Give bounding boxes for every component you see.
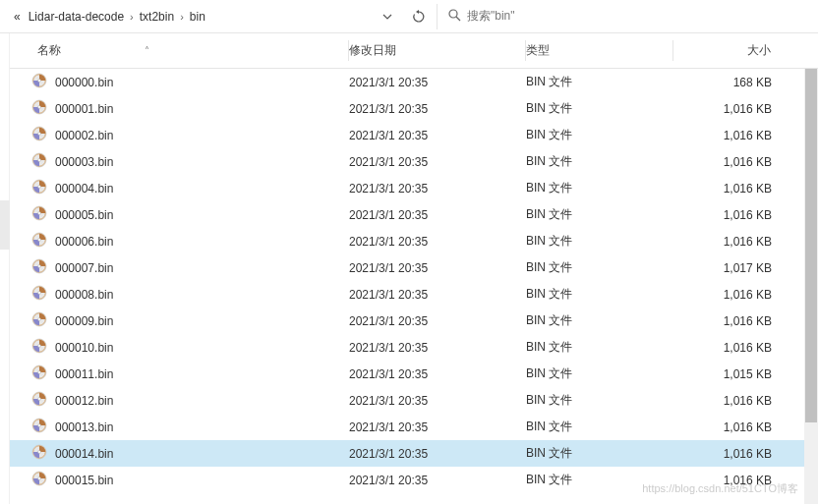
file-size: 1,017 KB (673, 261, 791, 275)
file-row[interactable]: 000004.bin 2021/3/1 20:35 BIN 文件 1,016 K… (0, 175, 818, 201)
dropdown-button[interactable] (376, 5, 399, 28)
refresh-button[interactable] (407, 5, 431, 28)
file-name: 000009.bin (55, 314, 113, 328)
file-size: 1,016 KB (673, 420, 791, 434)
address-toolbar: « Lidar-data-decode › txt2bin › bin 搜索"b… (0, 0, 818, 33)
file-row[interactable]: 000008.bin 2021/3/1 20:35 BIN 文件 1,016 K… (0, 281, 818, 308)
file-name: 000007.bin (55, 261, 113, 275)
file-name: 000004.bin (55, 182, 113, 196)
file-type: BIN 文件 (526, 74, 673, 90)
svg-point-10 (38, 133, 41, 136)
header-date[interactable]: 修改日期 (349, 40, 526, 61)
file-row[interactable]: 000007.bin 2021/3/1 20:35 BIN 文件 1,017 K… (0, 254, 818, 281)
file-size: 1,016 KB (673, 182, 791, 196)
file-type: BIN 文件 (526, 312, 673, 329)
file-row[interactable]: 000015.bin 2021/3/1 20:35 BIN 文件 1,016 K… (0, 467, 818, 493)
search-placeholder: 搜索"bin" (467, 8, 515, 25)
svg-line-1 (456, 17, 460, 21)
file-date: 2021/3/1 20:35 (349, 208, 526, 222)
file-size: 1,016 KB (673, 314, 791, 328)
file-date: 2021/3/1 20:35 (349, 182, 526, 196)
disc-file-icon (31, 311, 47, 330)
disc-file-icon (31, 73, 47, 91)
file-size: 1,016 KB (673, 235, 791, 249)
column-headers: 名称 ˄ 修改日期 类型 大小 (0, 33, 818, 69)
breadcrumb-item-0[interactable]: Lidar-data-decode (29, 10, 124, 24)
svg-point-43 (38, 424, 41, 427)
sidebar-scroll-handle[interactable] (0, 200, 10, 250)
file-row[interactable]: 000005.bin 2021/3/1 20:35 BIN 文件 1,016 K… (0, 201, 818, 228)
sort-caret-icon: ˄ (145, 45, 149, 56)
file-row[interactable]: 000011.bin 2021/3/1 20:35 BIN 文件 1,015 K… (0, 361, 818, 387)
chevron-right-icon: › (180, 11, 184, 23)
file-name: 000003.bin (55, 155, 113, 169)
breadcrumb[interactable]: « Lidar-data-decode › txt2bin › bin (8, 10, 376, 24)
file-row[interactable]: 000010.bin 2021/3/1 20:35 BIN 文件 1,016 K… (0, 334, 818, 361)
file-row[interactable]: 000009.bin 2021/3/1 20:35 BIN 文件 1,016 K… (0, 308, 818, 334)
file-name: 000011.bin (55, 367, 113, 381)
file-row[interactable]: 000014.bin 2021/3/1 20:35 BIN 文件 1,016 K… (0, 440, 818, 467)
file-name: 000015.bin (55, 474, 113, 487)
file-row[interactable]: 000003.bin 2021/3/1 20:35 BIN 文件 1,016 K… (0, 148, 818, 175)
file-row[interactable]: 000012.bin 2021/3/1 20:35 BIN 文件 1,016 K… (0, 387, 818, 414)
file-row[interactable]: 000002.bin 2021/3/1 20:35 BIN 文件 1,016 K… (0, 122, 818, 148)
breadcrumb-item-2[interactable]: bin (190, 10, 205, 24)
file-row[interactable]: 000013.bin 2021/3/1 20:35 BIN 文件 1,016 K… (0, 414, 818, 440)
file-name: 000010.bin (55, 341, 113, 355)
header-size[interactable]: 大小 (673, 40, 791, 61)
file-type: BIN 文件 (526, 100, 673, 117)
file-name: 000013.bin (55, 420, 113, 434)
disc-file-icon (31, 285, 47, 304)
file-row[interactable]: 000006.bin 2021/3/1 20:35 BIN 文件 1,016 K… (0, 228, 818, 254)
file-size: 1,015 KB (673, 367, 791, 381)
breadcrumb-item-1[interactable]: txt2bin (140, 10, 174, 24)
disc-file-icon (31, 418, 47, 436)
disc-file-icon (31, 232, 47, 251)
disc-file-icon (31, 444, 47, 463)
search-box[interactable]: 搜索"bin" (437, 4, 810, 29)
disc-file-icon (31, 205, 47, 224)
svg-point-7 (38, 106, 41, 109)
svg-point-16 (38, 186, 41, 189)
file-list: 000000.bin 2021/3/1 20:35 BIN 文件 168 KB … (0, 69, 818, 504)
chevron-right-icon: › (130, 11, 134, 23)
disc-file-icon (31, 179, 47, 197)
file-type: BIN 文件 (526, 419, 673, 435)
file-name: 000002.bin (55, 129, 113, 142)
file-size: 1,016 KB (673, 288, 791, 302)
file-size: 1,016 KB (673, 394, 791, 408)
file-date: 2021/3/1 20:35 (349, 394, 526, 408)
file-date: 2021/3/1 20:35 (349, 102, 526, 116)
file-type: BIN 文件 (526, 339, 673, 356)
file-row[interactable]: 000001.bin 2021/3/1 20:35 BIN 文件 1,016 K… (0, 95, 818, 122)
svg-point-46 (38, 451, 41, 454)
svg-point-49 (38, 477, 41, 480)
file-date: 2021/3/1 20:35 (349, 76, 526, 89)
svg-point-34 (38, 345, 41, 348)
svg-point-13 (38, 159, 41, 162)
file-size: 1,016 KB (673, 102, 791, 116)
disc-file-icon (31, 338, 47, 357)
file-date: 2021/3/1 20:35 (349, 288, 526, 302)
file-name: 000006.bin (55, 235, 113, 249)
svg-point-37 (38, 371, 41, 374)
file-date: 2021/3/1 20:35 (349, 129, 526, 142)
disc-file-icon (31, 391, 47, 410)
svg-point-25 (38, 265, 41, 268)
file-row[interactable]: 000000.bin 2021/3/1 20:35 BIN 文件 168 KB (0, 69, 818, 95)
file-type: BIN 文件 (526, 392, 673, 409)
svg-point-28 (38, 292, 41, 295)
file-name: 000000.bin (55, 76, 113, 89)
file-size: 1,016 KB (673, 341, 791, 355)
file-size: 168 KB (673, 76, 791, 89)
header-name[interactable]: 名称 ˄ (0, 40, 349, 61)
file-type: BIN 文件 (526, 206, 673, 223)
scrollbar-thumb[interactable] (805, 69, 817, 422)
file-date: 2021/3/1 20:35 (349, 314, 526, 328)
header-type[interactable]: 类型 (526, 40, 673, 61)
file-type: BIN 文件 (526, 153, 673, 170)
file-date: 2021/3/1 20:35 (349, 420, 526, 434)
file-size: 1,016 KB (673, 155, 791, 169)
scrollbar-track[interactable] (804, 69, 818, 504)
file-date: 2021/3/1 20:35 (349, 341, 526, 355)
